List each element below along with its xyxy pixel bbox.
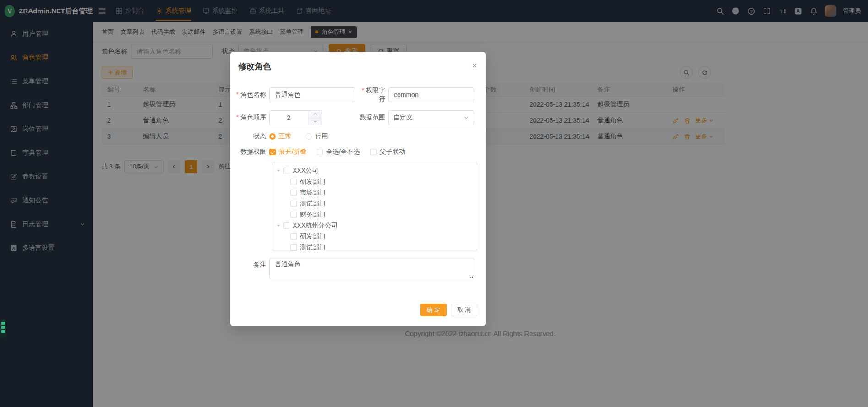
dialog-footer: 确 定 取 消 [230,304,486,316]
checkbox-label: 全选/全不选 [326,148,360,156]
close-icon[interactable]: × [472,61,477,70]
form-row: 备注 普通角色 [230,258,486,279]
role-name-field-label: 角色名称 [230,91,269,99]
dialog-header: 修改角色 × [230,52,486,72]
role-order-stepper[interactable]: 2 [269,110,322,125]
radio-dot [306,133,312,140]
tree-node-label: 研发部门 [300,233,326,241]
tree-checkbox[interactable] [290,244,297,251]
remark-field-label: 备注 [230,258,269,269]
parent-child-link-checkbox[interactable]: 父子联动 [370,148,405,156]
tree-node-label: 测试部门 [300,244,326,251]
tree-checkbox[interactable] [283,222,289,229]
tree-node-dept[interactable]: 市场部门 [273,187,477,198]
form-row: 角色名称 权限字符 [230,87,486,103]
status-radio-normal[interactable]: 正常 [269,132,292,141]
checkbox-label: 父子联动 [380,148,405,156]
expand-collapse-checkbox[interactable]: 展开/折叠 [269,148,306,156]
tree-node-dept[interactable]: 研发部门 [273,176,477,187]
status-radio-disabled[interactable]: 停用 [306,132,328,141]
tree-caret-icon[interactable] [275,223,282,228]
role-name-field[interactable] [269,87,355,102]
dialog-title: 修改角色 [238,61,271,72]
tree-checkbox[interactable] [283,168,289,174]
devtools-badge[interactable] [0,320,6,337]
confirm-button[interactable]: 确 定 [420,304,447,316]
form-row: 数据权限 展开/折叠 全选/全不选 父子联动 [230,148,486,156]
checkbox-box [269,149,276,155]
edit-role-dialog: 修改角色 × 角色名称 权限字符 角色顺序 2 数 [230,52,486,326]
tree-node-branch-company[interactable]: XXX杭州分公司 [273,220,477,231]
select-all-checkbox[interactable]: 全选/全不选 [317,148,360,156]
tree-node-label: 财务部门 [300,211,326,219]
role-order-value: 2 [270,111,308,125]
role-order-field-label: 角色顺序 [230,114,269,122]
tree-checkbox[interactable] [290,201,297,207]
tree-node-dept[interactable]: 测试部门 [273,242,477,251]
dialog-body: 角色名称 权限字符 角色顺序 2 数据范围 自定义 [230,72,486,316]
tree-checkbox[interactable] [290,190,297,196]
step-up-button[interactable] [308,111,322,118]
checkbox-box [317,149,323,155]
tree-node-label: XXX杭州分公司 [293,222,338,230]
tree-node-dept[interactable]: 财务部门 [273,209,477,220]
step-down-button[interactable] [308,118,322,125]
perm-char-field-label: 权限字符 [355,87,388,103]
tree-node-dept[interactable]: 研发部门 [273,231,477,242]
data-perm-field-label: 数据权限 [230,148,269,156]
data-scope-field-label: 数据范围 [322,114,388,122]
tree-checkbox[interactable] [290,212,297,218]
radio-label: 正常 [279,132,292,141]
remark-field[interactable]: 普通角色 [269,258,474,279]
chevron-down-icon [464,115,469,120]
perm-char-field[interactable] [388,87,474,102]
tree-caret-icon[interactable] [275,168,282,174]
form-row: 状态 正常 停用 [230,132,486,141]
tree-checkbox[interactable] [290,233,297,240]
tree-checkbox[interactable] [290,179,297,185]
tree-node-label: XXX公司 [293,167,318,175]
data-scope-select[interactable]: 自定义 [388,110,474,125]
tree-node-company[interactable]: XXX公司 [273,165,477,176]
stepper-controls [308,111,322,125]
radio-label: 停用 [315,132,328,141]
data-scope-value: 自定义 [393,114,464,122]
form-row: 角色顺序 2 数据范围 自定义 [230,110,486,125]
tree-node-dept[interactable]: 测试部门 [273,198,477,209]
cancel-button[interactable]: 取 消 [451,304,477,316]
radio-dot [269,133,276,140]
permission-tree: XXX公司 研发部门 市场部门 测试部门 财务部门 [273,162,477,251]
tree-node-label: 测试部门 [300,200,326,208]
tree-node-label: 研发部门 [300,178,326,186]
status-field-label: 状态 [230,132,269,141]
checkbox-box [370,149,377,155]
checkbox-label: 展开/折叠 [279,148,306,156]
tree-node-label: 市场部门 [300,189,326,197]
